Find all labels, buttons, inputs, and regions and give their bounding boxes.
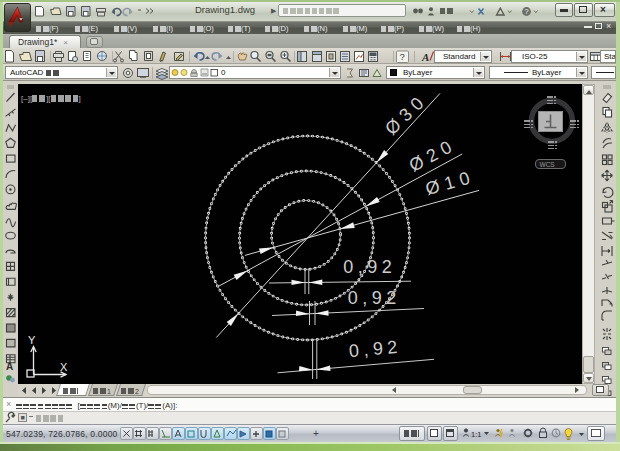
svg-text:Y: Y — [28, 334, 36, 346]
svg-text:A: A — [421, 51, 429, 63]
svg-text:?: ? — [524, 7, 529, 16]
svg-text:0,92: 0,92 — [348, 288, 401, 308]
svg-text:1:1: 1:1 — [471, 430, 481, 439]
svg-text:WCS: WCS — [540, 161, 556, 168]
svg-text:0,92: 0,92 — [343, 257, 396, 277]
svg-text:0,92: 0,92 — [348, 337, 403, 362]
svg-text:X: X — [60, 361, 68, 373]
svg-text:Ø30: Ø30 — [381, 89, 431, 138]
svg-text:?: ? — [400, 51, 405, 62]
svg-text:A: A — [6, 361, 13, 372]
